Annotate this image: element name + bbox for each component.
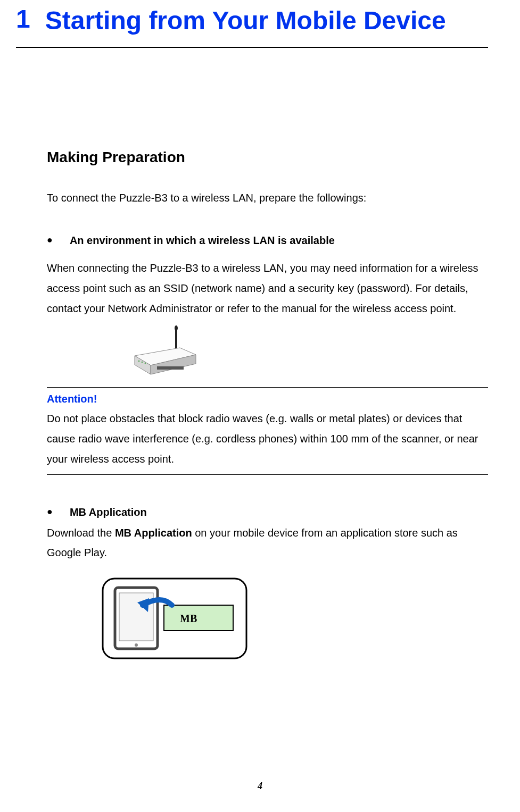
page-number: 4 (0, 781, 520, 792)
bullet-item-mb-app: ● MB Application (47, 504, 488, 520)
svg-point-12 (135, 643, 138, 647)
attention-box: Attention! Do not place obstacles that b… (47, 387, 488, 475)
chapter-divider (16, 47, 488, 48)
attention-title: Attention! (47, 393, 488, 405)
bullet-body-mb-app: Download the MB Application on your mobi… (47, 523, 488, 563)
bullet-body-wlan: When connecting the Puzzle-B3 to a wirel… (47, 258, 488, 319)
svg-point-6 (138, 360, 140, 362)
router-illustration (129, 324, 488, 379)
section-heading: Making Preparation (47, 149, 488, 166)
download-pre: Download the (47, 527, 115, 539)
chapter-number: 1 (16, 5, 30, 34)
svg-point-1 (175, 325, 178, 331)
svg-rect-13 (164, 605, 233, 631)
attention-body: Do not place obstacles that block radio … (47, 408, 488, 469)
bullet-label-mb-app: MB Application (70, 504, 147, 520)
bullet-icon: ● (47, 232, 53, 248)
svg-rect-5 (157, 366, 184, 370)
bullet-label-wlan: An environment in which a wireless LAN i… (70, 232, 335, 248)
bullet-item-wlan: ● An environment in which a wireless LAN… (47, 232, 488, 248)
intro-text: To connect the Puzzle-B3 to a wireless L… (47, 190, 488, 206)
mb-box-label: MB (180, 613, 197, 624)
chapter-title: Starting from Your Mobile Device (45, 5, 446, 36)
svg-point-8 (145, 362, 146, 364)
download-bold: MB Application (115, 527, 192, 539)
bullet-icon: ● (47, 504, 53, 520)
chapter-heading: 1 Starting from Your Mobile Device (16, 5, 488, 36)
mb-app-illustration: MB (100, 576, 488, 663)
svg-point-7 (142, 361, 143, 363)
